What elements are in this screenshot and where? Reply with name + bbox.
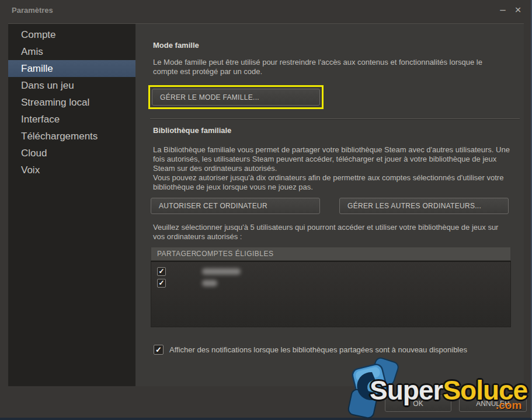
sidebar-item-dans-un-jeu[interactable]: Dans un jeu bbox=[8, 77, 135, 94]
accounts-table-header: PARTAGER COMPTES ÉLIGIBLES bbox=[151, 247, 511, 261]
family-library-description-2: Vous pouvez autoriser jusqu'à dix ordina… bbox=[153, 173, 514, 192]
close-icon[interactable]: × bbox=[511, 2, 525, 18]
sidebar-item-cloud[interactable]: Cloud bbox=[8, 145, 135, 162]
sidebar-item-voix[interactable]: Voix bbox=[8, 162, 135, 178]
sidebar-item-streaming-local[interactable]: Streaming local bbox=[8, 94, 135, 111]
account-name-redacted bbox=[202, 268, 241, 275]
sidebar-item-amis[interactable]: Amis bbox=[8, 43, 135, 60]
notification-option: ✓ Afficher des notifications lorsque les… bbox=[154, 345, 467, 355]
share-checkbox[interactable]: ✓ bbox=[157, 267, 166, 276]
sidebar-item-interface[interactable]: Interface bbox=[8, 111, 135, 128]
manage-other-computers-button[interactable]: GÉRER LES AUTRES ORDINATEURS... bbox=[339, 198, 509, 214]
cancel-button[interactable]: ANNULER bbox=[459, 396, 527, 412]
family-mode-heading: Mode famille bbox=[153, 41, 199, 50]
accounts-column-header: COMPTES ÉLIGIBLES bbox=[196, 250, 274, 258]
accounts-table-body[interactable]: ✓ ✓ bbox=[151, 261, 511, 327]
sidebar-item-compte[interactable]: Compte bbox=[8, 26, 135, 43]
select-users-instruction: Veuillez sélectionner jusqu'à 5 utilisat… bbox=[153, 223, 512, 242]
family-settings-panel: Mode famille Le Mode famille peut être u… bbox=[135, 23, 524, 386]
family-library-description-1: La Bibliothèque familiale vous permet de… bbox=[153, 145, 514, 173]
section-divider bbox=[150, 118, 520, 120]
table-row[interactable]: ✓ bbox=[151, 277, 510, 289]
settings-window: Paramètres – × Compte Amis Famille Dans … bbox=[0, 0, 532, 420]
sidebar-item-famille[interactable]: Famille bbox=[8, 60, 135, 77]
family-library-heading: Bibliothèque familiale bbox=[153, 126, 231, 135]
table-row[interactable]: ✓ bbox=[151, 265, 510, 277]
minimize-icon[interactable]: – bbox=[496, 2, 510, 18]
manage-family-mode-button[interactable]: GÉRER LE MODE FAMILLE... bbox=[152, 89, 320, 106]
share-checkbox[interactable]: ✓ bbox=[157, 279, 166, 288]
account-name-redacted bbox=[202, 280, 217, 286]
ok-button[interactable]: OK bbox=[385, 396, 451, 412]
notifications-label: Afficher des notifications lorsque les b… bbox=[169, 345, 467, 354]
titlebar[interactable]: Paramètres – × bbox=[0, 0, 531, 22]
window-title: Paramètres bbox=[12, 6, 53, 15]
eligible-accounts-table: PARTAGER COMPTES ÉLIGIBLES ✓ ✓ bbox=[151, 247, 511, 327]
share-column-header: PARTAGER bbox=[151, 250, 196, 258]
settings-sidebar: Compte Amis Famille Dans un jeu Streamin… bbox=[8, 23, 135, 386]
notifications-checkbox[interactable]: ✓ bbox=[154, 345, 164, 355]
sidebar-item-telechargements[interactable]: Téléchargements bbox=[8, 128, 135, 145]
family-mode-description: Le Mode famille peut être utilisé pour r… bbox=[153, 58, 508, 76]
highlight-box: GÉRER LE MODE FAMILLE... bbox=[148, 85, 324, 109]
authorize-computer-button[interactable]: AUTORISER CET ORDINATEUR bbox=[151, 198, 320, 214]
